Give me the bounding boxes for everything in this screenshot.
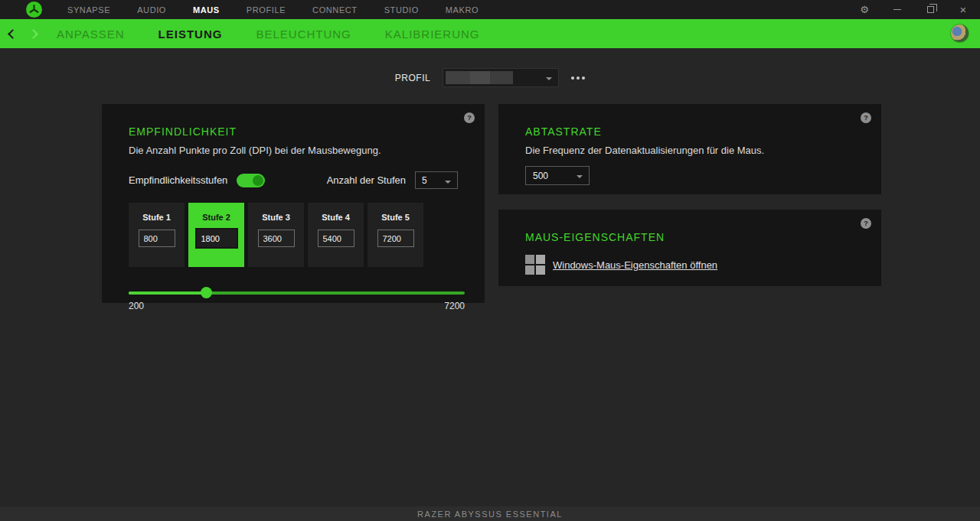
stage-count-value: 5 [422, 175, 427, 186]
user-avatar[interactable] [950, 24, 969, 43]
razer-logo-icon[interactable] [26, 2, 42, 18]
stage-dpi-input[interactable] [318, 230, 354, 247]
slider-labels: 200 7200 [129, 301, 465, 311]
subtab-anpassen[interactable]: ANPASSEN [57, 28, 125, 41]
toggle-knob [253, 175, 263, 186]
forward-chevron-icon[interactable] [28, 29, 38, 39]
slider-fill [129, 291, 206, 295]
stage-label: Stufe 2 [202, 213, 230, 222]
stage-label: Stufe 4 [322, 213, 350, 222]
device-subtabs: ANPASSEN LEISTUNG BELEUCHTUNG KALIBRIERU… [57, 28, 480, 41]
stage-label: Stufe 5 [381, 213, 410, 222]
tab-synapse[interactable]: SYNAPSE [67, 5, 110, 15]
stages-toggle[interactable] [237, 174, 265, 187]
tab-studio[interactable]: STUDIO [384, 5, 419, 15]
properties-link-row: Windows-Maus-Eigenschaften öffnen [525, 255, 881, 275]
stage-tile-3[interactable]: Stufe 3 [248, 203, 304, 267]
help-icon[interactable]: ? [464, 112, 475, 123]
stage-dpi-input[interactable] [258, 230, 295, 247]
polling-title: ABTASTRATE [525, 125, 881, 138]
tab-makro[interactable]: MAKRO [446, 5, 479, 15]
stage-tile-2-selected[interactable]: Stufe 2 [188, 203, 244, 267]
properties-title: MAUS-EIGENSCHAFTEN [525, 231, 881, 243]
mouse-properties-card: ? MAUS-EIGENSCHAFTEN Windows-Maus-Eigens… [498, 210, 881, 286]
restore-icon[interactable] [924, 4, 936, 16]
polling-rate-card: ? ABTASTRATE Die Frequenz der Datenaktua… [498, 104, 881, 194]
settings-gear-icon[interactable]: ⚙ [858, 4, 871, 16]
slider-max-label: 7200 [444, 301, 465, 311]
stage-tile-4[interactable]: Stufe 4 [308, 203, 364, 267]
redacted-profile-name [446, 71, 470, 84]
right-column: ? ABTASTRATE Die Frequenz der Datenaktua… [498, 104, 881, 303]
redacted-profile-name [490, 71, 513, 84]
stage-label: Stufe 1 [142, 213, 171, 222]
nav-arrows [9, 31, 37, 37]
chevron-down-icon [445, 181, 451, 184]
tab-audio[interactable]: AUDIO [137, 5, 166, 15]
razer-logo-wrap [0, 2, 67, 18]
stage-label: Stufe 3 [262, 213, 290, 222]
window-controls: ⚙ × [858, 0, 969, 19]
polling-rate-dropdown[interactable]: 500 [525, 166, 590, 185]
tab-maus[interactable]: MAUS [193, 5, 220, 15]
help-icon[interactable]: ? [861, 112, 871, 123]
windows-logo-icon [525, 255, 545, 275]
profile-label: PROFIL [395, 73, 430, 83]
device-name: RAZER ABYSSUS ESSENTIAL [417, 510, 563, 519]
stage-tile-5[interactable]: Stufe 5 [368, 203, 423, 267]
sensitivity-title: EMPFINDLICHKEIT [129, 125, 485, 138]
stage-count-dropdown[interactable]: 5 [415, 171, 458, 189]
app-tabs: SYNAPSE AUDIO MAUS PROFILE CONNECT STUDI… [67, 5, 479, 15]
stage-tile-1[interactable]: Stufe 1 [129, 203, 185, 267]
profile-row: PROFIL [0, 68, 980, 87]
redacted-profile-name [470, 71, 490, 84]
dpi-slider[interactable] [129, 287, 465, 298]
polling-description: Die Frequenz der Datenaktualisierungen f… [525, 145, 881, 156]
stage-dpi-input[interactable] [195, 228, 238, 249]
minimize-icon[interactable] [891, 4, 903, 16]
subtab-kalibrierung[interactable]: KALIBRIERUNG [385, 28, 480, 41]
help-icon[interactable]: ? [861, 218, 871, 229]
sensitivity-card: ? EMPFINDLICHKEIT Die Anzahl Punkte pro … [102, 104, 485, 303]
chevron-down-icon [546, 77, 552, 80]
sensitivity-description: Die Anzahl Punkte pro Zoll (DPI) bei der… [129, 145, 485, 156]
subtab-beleuchtung[interactable]: BELEUCHTUNG [256, 28, 351, 41]
stages-toggle-label: Empfindlichkeitsstufen [129, 174, 227, 186]
close-icon[interactable]: × [957, 4, 969, 16]
subtab-leistung[interactable]: LEISTUNG [158, 28, 223, 41]
tab-profile[interactable]: PROFILE [247, 5, 286, 15]
profile-more-icon[interactable] [571, 77, 585, 80]
stage-tiles: Stufe 1 Stufe 2 Stufe 3 Stufe 4 Stufe 5 [129, 203, 485, 267]
subnav-bar: ANPASSEN LEISTUNG BELEUCHTUNG KALIBRIERU… [0, 19, 980, 48]
back-chevron-icon[interactable] [8, 29, 18, 39]
chevron-down-icon [577, 175, 583, 178]
slider-min-label: 200 [129, 301, 144, 311]
sensitivity-controls-row: Empfindlichkeitsstufen Anzahl der Stufen… [129, 171, 458, 189]
profile-dropdown[interactable] [443, 68, 559, 87]
stage-dpi-input[interactable] [139, 230, 175, 247]
slider-thumb[interactable] [201, 287, 212, 298]
polling-rate-value: 500 [533, 171, 548, 181]
titlebar: SYNAPSE AUDIO MAUS PROFILE CONNECT STUDI… [0, 0, 980, 19]
stage-count-label: Anzahl der Stufen [327, 174, 406, 186]
stage-dpi-input[interactable] [377, 230, 414, 247]
device-footer-bar: RAZER ABYSSUS ESSENTIAL [0, 506, 980, 521]
tab-connect[interactable]: CONNECT [312, 5, 358, 15]
main-content: ? EMPFINDLICHKEIT Die Anzahl Punkte pro … [102, 104, 980, 303]
windows-mouse-properties-link[interactable]: Windows-Maus-Eigenschaften öffnen [553, 259, 717, 271]
